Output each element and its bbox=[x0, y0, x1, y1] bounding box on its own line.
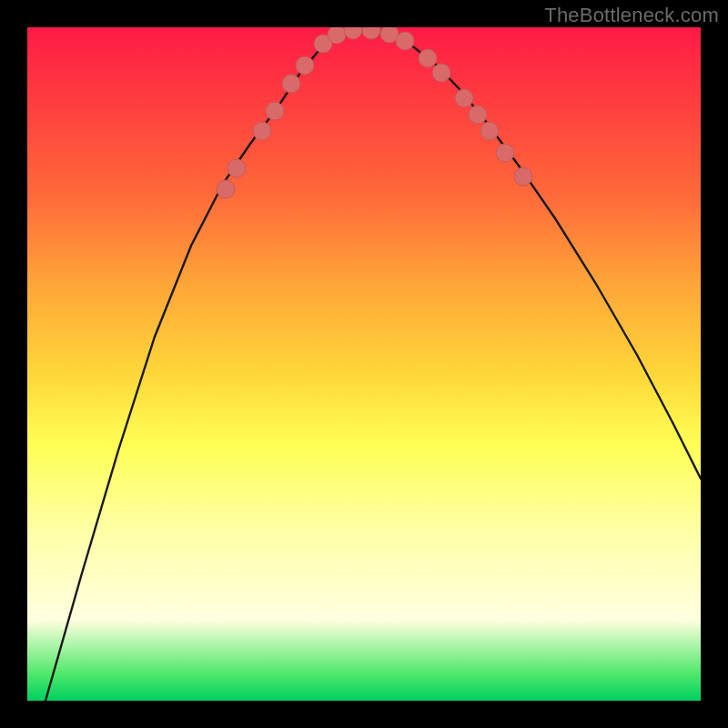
bottleneck-curve bbox=[46, 30, 701, 701]
curve-marker bbox=[514, 167, 532, 186]
curve-marker bbox=[328, 27, 346, 44]
curve-marker bbox=[480, 122, 499, 140]
curve-marker bbox=[296, 56, 314, 75]
curve-marker bbox=[396, 32, 414, 50]
curve-marker bbox=[362, 27, 380, 39]
curve-markers bbox=[217, 27, 532, 198]
curve-marker bbox=[344, 27, 362, 39]
curve-marker bbox=[432, 64, 450, 82]
curve-marker bbox=[469, 106, 487, 124]
curve-marker bbox=[217, 180, 235, 198]
curve-marker bbox=[266, 102, 284, 120]
curve-marker bbox=[228, 159, 246, 177]
chart-frame: TheBottleneck.com bbox=[0, 0, 728, 728]
curve-marker bbox=[282, 75, 300, 93]
watermark-text: TheBottleneck.com bbox=[544, 4, 719, 27]
curve-marker bbox=[496, 144, 514, 162]
curve-marker bbox=[253, 122, 271, 140]
curve-layer bbox=[27, 27, 701, 701]
plot-area bbox=[27, 27, 701, 701]
curve-marker bbox=[455, 89, 473, 107]
curve-marker bbox=[419, 49, 437, 67]
